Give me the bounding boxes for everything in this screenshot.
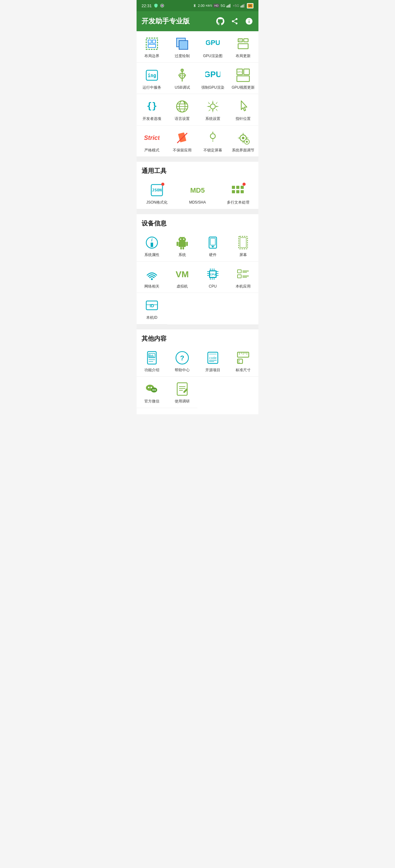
dev-options-item[interactable]: {} 开发者选项 — [137, 94, 167, 126]
overdraw-label: 过度绘制 — [175, 54, 190, 59]
svg-rect-53 — [232, 186, 235, 189]
hardware-item[interactable]: 硬件 — [198, 230, 228, 262]
svg-rect-5 — [230, 4, 230, 7]
cpu-item[interactable]: CPU CPU — [198, 262, 228, 293]
no-keep-app-label: 不保留应用 — [173, 148, 192, 153]
standard-size-item[interactable]: 标准尺寸 — [228, 345, 259, 377]
usb-debug-item[interactable]: USB调试 — [167, 63, 198, 94]
toolbar-actions — [216, 17, 253, 26]
svg-point-69 — [183, 239, 185, 240]
svg-rect-13 — [148, 44, 156, 48]
svg-point-1 — [161, 5, 163, 6]
system-icon-wrapper — [174, 235, 190, 251]
svg-point-130 — [154, 389, 156, 391]
app-title: 开发助手专业版 — [142, 17, 190, 26]
gpu-view-icon-wrapper: GPU — [235, 67, 251, 83]
gpu-view-item[interactable]: GPU GPU视图更新 — [228, 63, 259, 94]
dev-options-label: 开发者选项 — [142, 117, 161, 121]
sys-props-label: 系统属性 — [144, 253, 159, 257]
vm-item[interactable]: VM 虚拟机 — [167, 262, 198, 293]
force-gpu-item[interactable]: GPU 强制GPU渲染 — [198, 63, 228, 94]
device-info-grid-row1: i 系统属性 — [137, 230, 258, 262]
force-gpu-label: 强制GPU渲染 — [201, 85, 224, 90]
overdraw-item[interactable]: 过度绘制 — [167, 31, 198, 63]
svg-rect-9 — [244, 4, 244, 7]
github-button[interactable] — [216, 17, 225, 26]
svg-point-39 — [185, 102, 186, 104]
ui-adjust-icon-wrapper — [235, 130, 251, 146]
screen-item[interactable]: 屏幕 — [228, 230, 259, 262]
md5-item[interactable]: MD5 MD5/SHA — [177, 178, 218, 209]
network-5g-2: +5G — [233, 4, 239, 7]
sys-props-item[interactable]: i 系统属性 — [137, 230, 167, 262]
svg-text:JSON: JSON — [152, 188, 162, 192]
network-unit: KB/S — [206, 4, 213, 7]
feature-intro-item[interactable]: 功能介绍 — [137, 345, 167, 377]
system-item[interactable]: 系统 — [167, 230, 198, 262]
svg-text:{}: {} — [146, 101, 157, 111]
network-label: 网络相关 — [144, 284, 159, 289]
standard-size-label: 标准尺寸 — [236, 368, 251, 373]
svg-rect-55 — [241, 186, 244, 189]
usb-debug-icon-wrapper — [174, 67, 190, 83]
json-format-item[interactable]: JSON JSON格式化 — [137, 178, 177, 209]
usage-survey-item[interactable]: 使用调研 — [167, 377, 198, 408]
svg-rect-12 — [152, 40, 156, 43]
md5-icon-wrapper: MD5 — [189, 182, 206, 198]
layout-update-icon-wrapper: GPU — [235, 36, 251, 52]
open-source-item[interactable]: code 开源项目 — [198, 345, 228, 377]
device-info-grid-row2: 网络相关 VM 虚拟机 — [137, 262, 258, 293]
language-item[interactable]: 语言设置 — [167, 94, 198, 126]
svg-text:ing: ing — [147, 73, 156, 79]
status-bar: 22:31 2.00 KB/S HD 5G +5G 56 — [137, 0, 258, 11]
multiline-item[interactable]: 多行文本处理 — [218, 178, 258, 209]
svg-rect-19 — [244, 39, 248, 42]
section-divider-2 — [137, 209, 258, 212]
strict-mode-item[interactable]: Strict 严格模式 — [137, 126, 167, 157]
svg-rect-3 — [227, 5, 228, 7]
signal-icon — [227, 4, 231, 7]
svg-text:GPU: GPU — [206, 39, 220, 46]
layout-update-item[interactable]: GPU 布局更新 — [228, 31, 259, 63]
svg-point-126 — [148, 387, 149, 389]
status-left: 22:31 — [142, 3, 164, 8]
language-icon-wrapper — [174, 98, 190, 115]
svg-rect-77 — [240, 238, 246, 248]
local-id-label: 本机ID — [146, 315, 158, 320]
layout-border-label: 布局边界 — [144, 54, 159, 59]
vm-label: 虚拟机 — [176, 284, 188, 289]
help-icon-wrapper: ? — [174, 350, 190, 366]
wechat-item[interactable]: 官方微信 — [137, 377, 167, 408]
gpu-render-item[interactable]: GPU GPU渲染图 — [198, 31, 228, 63]
pointer-item[interactable]: 指针位置 — [228, 94, 259, 126]
system-settings-item[interactable]: 系统设置 — [198, 94, 228, 126]
cpu-label: CPU — [209, 284, 217, 289]
general-tools-header: 通用工具 — [137, 159, 258, 178]
standard-size-icon-wrapper — [235, 350, 251, 366]
svg-rect-64 — [176, 242, 178, 246]
no-keep-app-item[interactable]: 不保留应用 — [167, 126, 198, 157]
cpu-icon-wrapper: CPU — [205, 266, 221, 282]
share-button[interactable] — [230, 17, 239, 26]
help-center-item[interactable]: ? 帮助中心 — [167, 345, 198, 377]
usb-debug-label: USB调试 — [175, 85, 190, 90]
info-button[interactable] — [245, 17, 253, 26]
ui-adjust-item[interactable]: 系统界面调节 — [228, 126, 259, 157]
no-lock-item[interactable]: 不锁定屏幕 — [198, 126, 228, 157]
signal-icon-2 — [241, 4, 246, 7]
svg-point-62 — [178, 237, 186, 242]
network-item[interactable]: 网络相关 — [137, 262, 167, 293]
local-id-item[interactable]: ID 本机ID — [137, 293, 167, 324]
pointer-label: 指针位置 — [236, 117, 251, 121]
usage-survey-icon-wrapper — [174, 381, 190, 397]
svg-rect-111 — [209, 353, 217, 355]
local-apps-item[interactable]: 本机应用 — [228, 262, 259, 293]
svg-rect-2 — [227, 6, 227, 7]
help-center-label: 帮助中心 — [175, 368, 190, 373]
svg-point-78 — [151, 278, 153, 280]
svg-rect-7 — [242, 5, 242, 7]
running-services-item[interactable]: ing 运行中服务 — [137, 63, 167, 94]
layout-border-item[interactable]: 布局边界 — [137, 31, 167, 63]
system-label: 系统 — [178, 253, 186, 257]
other-grid-row1: 功能介绍 ? 帮助中心 code 开源项目 — [137, 345, 258, 377]
